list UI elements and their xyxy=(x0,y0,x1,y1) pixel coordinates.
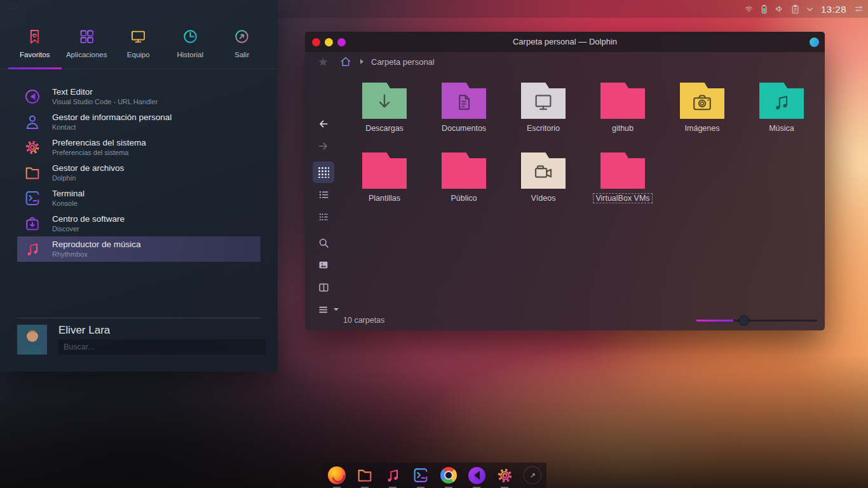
dock-item-terminal[interactable] xyxy=(410,465,431,485)
forward-button[interactable] xyxy=(313,135,334,157)
search-button[interactable] xyxy=(313,232,334,254)
music-note-glyph-icon xyxy=(771,92,792,112)
window-titlebar[interactable]: Carpeta personal — Dolphin xyxy=(305,32,825,52)
volume-icon[interactable] xyxy=(774,4,785,14)
vscode-icon xyxy=(24,88,41,105)
launcher-tabs: Favoritos Aplicaciones Equipo Historial xyxy=(9,23,268,67)
folder-item-musica[interactable]: Música xyxy=(743,83,820,133)
folder-item-descargas[interactable]: Descargas xyxy=(346,83,423,133)
folder-icon xyxy=(362,83,407,119)
terminal-icon xyxy=(24,189,41,207)
music-notes-icon xyxy=(384,466,402,484)
menu-item-text-editor[interactable]: Text Editor Visual Studio Code - URL Han… xyxy=(17,84,261,109)
zoom-slider-handle[interactable] xyxy=(738,315,749,326)
folder-label: Música xyxy=(766,123,797,133)
folder-label: VirtualBox VMs xyxy=(593,193,652,203)
app-grid-icon xyxy=(78,28,95,45)
menu-item-subtitle: Visual Studio Code - URL Handler xyxy=(52,98,158,106)
folder-icon xyxy=(24,164,41,182)
video-camera-glyph-icon xyxy=(532,161,555,184)
back-button[interactable] xyxy=(313,113,334,135)
tab-historial[interactable]: Historial xyxy=(165,23,217,67)
divider xyxy=(17,318,261,318)
folder-icon xyxy=(521,83,566,119)
tune-settings-icon[interactable] xyxy=(853,4,864,13)
document-glyph-icon xyxy=(454,92,474,112)
menu-item-title: Centro de software xyxy=(52,214,125,224)
zoom-slider-fill xyxy=(696,320,733,322)
menu-item-title: Gestor de información personal xyxy=(52,112,172,123)
dock-item-file-manager[interactable] xyxy=(355,465,375,485)
menu-item-subtitle: Discover xyxy=(52,225,125,233)
bag-download-icon xyxy=(24,215,41,233)
folder-item-escritorio[interactable]: Escritorio xyxy=(505,83,581,133)
dock-item-session[interactable]: ↗ xyxy=(522,465,543,485)
tab-aplicaciones[interactable]: Aplicaciones xyxy=(61,23,113,67)
menu-item-title: Preferencias del sistema xyxy=(52,138,146,148)
status-bar: 10 carpetas xyxy=(305,311,825,330)
folder-item-plantillas[interactable]: Plantillas xyxy=(346,152,423,203)
folder-item-publico[interactable]: Público xyxy=(426,152,502,203)
dock: ↗ xyxy=(323,463,546,488)
menu-item-discover[interactable]: Centro de software Discover xyxy=(17,211,261,236)
menu-item-dolphin[interactable]: Gestor de archivos Dolphin xyxy=(17,160,261,186)
menu-item-kontact[interactable]: Gestor de información personal Kontact xyxy=(17,109,261,135)
menu-item-preferencias[interactable]: Preferencias del sistema Preferencias de… xyxy=(17,135,261,160)
back-arrow-icon xyxy=(317,118,330,130)
tab-equipo[interactable]: Equipo xyxy=(112,23,165,67)
folder-item-imagenes[interactable]: Imágenes xyxy=(664,83,740,133)
split-view-button[interactable] xyxy=(313,276,334,298)
tab-favoritos[interactable]: Favoritos xyxy=(9,23,61,67)
dock-item-firefox[interactable] xyxy=(327,465,347,485)
favorite-star-icon[interactable] xyxy=(318,57,329,67)
folder-label: Escritorio xyxy=(524,123,562,133)
menu-item-rhythmbox[interactable]: Reproductor de música Rhythmbox xyxy=(17,236,261,262)
clock[interactable]: 13:28 xyxy=(820,4,848,15)
clock-icon xyxy=(182,28,199,45)
window-accent-button[interactable] xyxy=(810,37,819,47)
image-preview-icon xyxy=(318,259,329,271)
tab-label: Equipo xyxy=(127,51,150,58)
tab-label: Salir xyxy=(234,51,249,58)
dock-item-settings[interactable] xyxy=(494,465,515,485)
dock-item-chrome[interactable] xyxy=(438,465,459,485)
window-title: Carpeta personal — Dolphin xyxy=(305,32,825,52)
network-wifi-icon[interactable] xyxy=(743,4,754,14)
tab-salir[interactable]: Salir xyxy=(216,23,268,67)
home-icon[interactable] xyxy=(339,55,352,68)
folder-icon xyxy=(680,83,724,119)
system-tray: 13:28 xyxy=(743,0,864,18)
camera-glyph-icon xyxy=(691,91,714,114)
folder-icon xyxy=(600,83,645,119)
list-view-icon xyxy=(318,189,330,201)
grid-view-button[interactable] xyxy=(313,161,334,183)
search-input[interactable] xyxy=(58,339,266,355)
compact-view-button[interactable] xyxy=(313,206,334,227)
dock-item-vscode[interactable] xyxy=(466,465,487,485)
user-avatar[interactable] xyxy=(17,325,47,355)
folder-label: Documentos xyxy=(439,123,489,133)
folder-item-virtualbox-vms[interactable]: VirtualBox VMs xyxy=(585,152,661,203)
menu-item-subtitle: Rhythmbox xyxy=(52,250,141,259)
menu-item-title: Text Editor xyxy=(52,87,158,97)
dock-item-music-player[interactable] xyxy=(383,465,403,485)
divider xyxy=(0,69,278,69)
breadcrumb-caret-icon xyxy=(360,59,363,64)
avatar-photo xyxy=(17,325,47,355)
battery-icon[interactable] xyxy=(760,4,768,15)
folder-item-github[interactable]: github xyxy=(585,83,661,133)
folder-icon xyxy=(759,83,804,119)
status-text: 10 carpetas xyxy=(343,316,384,325)
list-view-button[interactable] xyxy=(313,184,334,205)
menu-item-terminal[interactable]: Terminal Konsole xyxy=(17,186,261,211)
breadcrumb-location[interactable]: Carpeta personal xyxy=(371,57,435,67)
chevron-down-icon[interactable] xyxy=(806,5,814,13)
menu-caret-icon xyxy=(334,308,339,311)
zoom-slider[interactable] xyxy=(696,320,817,322)
clipboard-icon[interactable] xyxy=(790,4,800,15)
user-name: Eliver Lara xyxy=(58,324,110,337)
folder-item-documentos[interactable]: Documentos xyxy=(426,83,502,133)
preview-button[interactable] xyxy=(313,254,334,276)
folder-item-videos[interactable]: Vídeos xyxy=(505,152,581,203)
download-arrow-glyph-icon xyxy=(374,92,395,113)
